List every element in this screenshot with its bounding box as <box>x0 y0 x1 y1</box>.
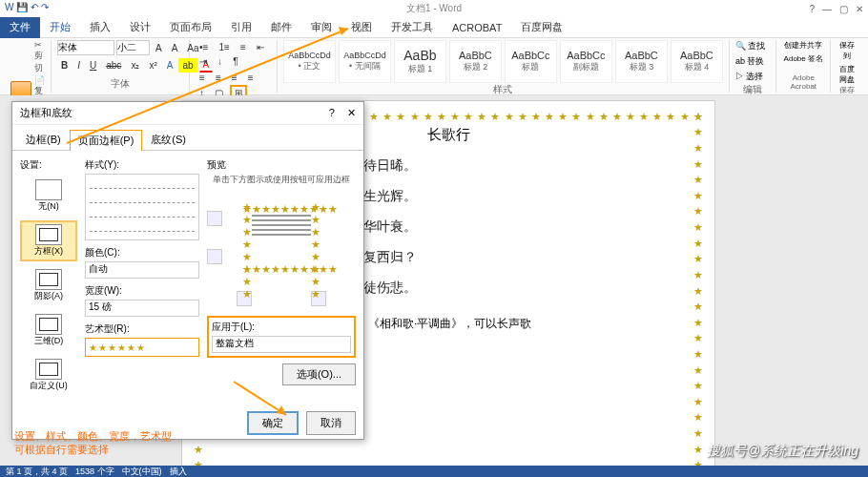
width-select[interactable]: 15 磅 <box>85 300 199 317</box>
indent-button[interactable]: ⇥ <box>196 54 211 69</box>
grow-font[interactable]: A <box>152 41 166 55</box>
tab-mailings[interactable]: 邮件 <box>261 16 301 38</box>
tab-baidu[interactable]: 百度网盘 <box>511 16 572 38</box>
tab-file[interactable]: 文件 <box>0 16 40 38</box>
align-center[interactable]: ≡ <box>212 71 225 85</box>
style-label: 样式(Y): <box>85 158 199 172</box>
window-title: 文档1 - Word <box>406 2 462 15</box>
find-button[interactable]: 🔍 查找 <box>735 40 766 52</box>
tab-insert[interactable]: 插入 <box>80 16 120 38</box>
tab-view[interactable]: 视图 <box>341 16 382 38</box>
align-justify[interactable]: ≡ <box>244 71 258 85</box>
ribbon: 粘贴 ✂ 剪切 📄 复制 ✎ 格式刷 剪贴板 A A Aa B I U abc <box>0 38 868 95</box>
strike-button[interactable]: abc <box>102 58 125 73</box>
acrobat-create[interactable]: 创建并共享 <box>784 40 822 51</box>
status-page[interactable]: 第 1 页，共 4 页 <box>6 466 68 478</box>
ok-button[interactable]: 确定 <box>247 411 299 435</box>
status-bar: 第 1 页，共 4 页 1538 个字 中文(中国) 插入 <box>0 466 868 477</box>
subscript-button[interactable]: x₂ <box>127 58 143 73</box>
cut-button[interactable]: ✂ 剪切 <box>34 40 45 74</box>
multilevel-button[interactable]: ≡ <box>237 40 250 54</box>
options-button[interactable]: 选项(O)... <box>282 363 356 385</box>
style-item[interactable]: AaBbCc副标题 <box>560 40 612 83</box>
document-canvas[interactable]: ★★★★★★★★★★★★★★★★★★★★★★★★★★★★★★★★★★★★★★★★… <box>0 95 868 466</box>
tab-acrobat[interactable]: ACROBAT <box>443 18 511 37</box>
underline-button[interactable]: U <box>86 58 100 73</box>
group-font-label: 字体 <box>57 77 183 93</box>
setting-box[interactable]: 方框(X) <box>20 220 77 261</box>
align-right[interactable]: ≡ <box>228 71 241 85</box>
style-item[interactable]: AaBbC标题 3 <box>615 40 668 83</box>
tab-layout[interactable]: 页面布局 <box>160 16 221 38</box>
style-item[interactable]: AaBbCc标题 <box>505 40 557 83</box>
redo-icon[interactable]: ↷ <box>41 2 49 12</box>
dialog-help-icon[interactable]: ? <box>329 107 335 118</box>
numbering-button[interactable]: 1≡ <box>215 40 233 54</box>
watermark: 搜狐号@系统正在升级ing <box>707 443 858 460</box>
select-button[interactable]: ▷ 选择 <box>735 71 764 83</box>
tab-shading[interactable]: 底纹(S) <box>142 129 195 150</box>
bold-button[interactable]: B <box>57 58 72 73</box>
ribbon-tabs: 文件 开始 插入 设计 页面布局 引用 邮件 审阅 视图 开发工具 ACROBA… <box>0 17 868 38</box>
minimize-icon[interactable]: — <box>822 4 832 14</box>
effects-button[interactable]: A <box>163 58 177 73</box>
setting-custom[interactable]: 自定义(U) <box>20 355 77 396</box>
title-bar: W 💾 ↶ ↷ 文档1 - Word ? — ▢ ✕ <box>0 0 868 17</box>
font-name[interactable] <box>57 40 114 55</box>
dialog-close-icon[interactable]: ✕ <box>347 107 356 118</box>
status-lang[interactable]: 中文(中国) <box>122 466 162 478</box>
shrink-font[interactable]: A <box>168 41 182 55</box>
tab-page-border[interactable]: 页面边框(P) <box>70 130 143 151</box>
art-select[interactable]: ★★★★★★ <box>85 338 199 357</box>
cancel-button[interactable]: 取消 <box>306 411 356 435</box>
align-left[interactable]: ≡ <box>196 71 209 85</box>
help-icon[interactable]: ? <box>809 4 815 14</box>
save-cloud[interactable]: 保存到 <box>837 40 858 61</box>
border-top-btn[interactable] <box>207 211 222 226</box>
style-item[interactable]: AaBbC标题 2 <box>449 40 502 83</box>
undo-icon[interactable]: ↶ <box>31 2 38 12</box>
style-item[interactable]: AaBb标题 1 <box>394 40 446 83</box>
dialog-title: 边框和底纹 <box>20 106 72 120</box>
style-item[interactable]: AaBbC标题 4 <box>671 40 723 83</box>
font-size[interactable] <box>116 40 150 55</box>
borders-dialog: 边框和底纹 ? ✕ 边框(B) 页面边框(P) 底纹(S) 设置: 无(N) 方… <box>11 101 364 440</box>
styles-gallery[interactable]: AaBbCcDd• 正文AaBbCcDd• 无间隔AaBb标题 1AaBbC标题… <box>283 40 723 83</box>
italic-button[interactable]: I <box>73 58 84 73</box>
setting-3d[interactable]: 三维(D) <box>20 310 77 351</box>
preview-hint: 单击下方图示或使用按钮可应用边框 <box>207 174 356 186</box>
dedent-button[interactable]: ⇤ <box>253 40 268 54</box>
apply-select[interactable]: 整篇文档 <box>212 336 351 353</box>
tab-borders[interactable]: 边框(B) <box>17 129 70 150</box>
tab-references[interactable]: 引用 <box>221 16 261 38</box>
acrobat-sign[interactable]: Adobe 签名 <box>784 53 823 64</box>
style-list[interactable] <box>85 174 199 240</box>
style-item[interactable]: AaBbCcDd• 无间隔 <box>339 40 391 83</box>
style-item[interactable]: AaBbCcDd• 正文 <box>283 40 336 83</box>
border-bottom-btn[interactable] <box>207 249 222 264</box>
superscript-button[interactable]: x² <box>145 58 160 73</box>
word-icon: W <box>5 2 13 12</box>
bullets-button[interactable]: •≡ <box>196 40 212 54</box>
width-label: 宽度(W): <box>85 284 199 298</box>
setting-none[interactable]: 无(N) <box>20 176 77 217</box>
show-marks-button[interactable]: ¶ <box>229 54 241 69</box>
status-insert[interactable]: 插入 <box>170 466 187 478</box>
sort-button[interactable]: ↓ <box>214 54 226 69</box>
replace-button[interactable]: ab 替换 <box>735 55 765 68</box>
color-label: 颜色(C): <box>85 246 199 259</box>
save-icon[interactable]: 💾 <box>16 2 28 12</box>
annotation-text: 设置、样式、颜色、宽度，艺术型 可根据自行需要选择 <box>14 429 172 457</box>
color-select[interactable]: 自动 <box>85 261 199 279</box>
qat: W 💾 ↶ ↷ <box>0 0 53 14</box>
tab-home[interactable]: 开始 <box>40 16 80 38</box>
tab-developer[interactable]: 开发工具 <box>382 16 443 38</box>
close-icon[interactable]: ✕ <box>856 4 863 14</box>
restore-icon[interactable]: ▢ <box>839 4 848 14</box>
settings-label: 设置: <box>20 158 77 172</box>
tab-review[interactable]: 审阅 <box>301 16 341 38</box>
status-words[interactable]: 1538 个字 <box>75 466 114 478</box>
apply-label: 应用于(L): <box>212 321 351 334</box>
setting-shadow[interactable]: 阴影(A) <box>20 265 77 306</box>
tab-design[interactable]: 设计 <box>120 16 160 38</box>
